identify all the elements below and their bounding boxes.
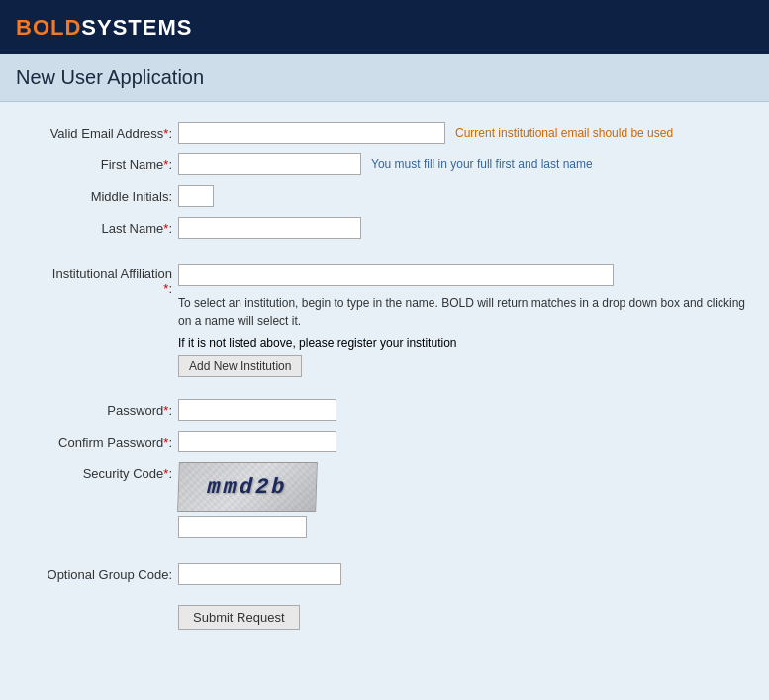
group-code-label: Optional Group Code: xyxy=(20,567,178,582)
last-name-label: Last Name*: xyxy=(20,221,178,236)
captcha-image: mmd2b xyxy=(177,462,318,512)
affiliation-right: To select an institution, begin to type … xyxy=(178,264,749,377)
logo-bold: BOLD xyxy=(16,15,81,41)
form-section: Valid Email Address*: Current institutio… xyxy=(20,122,749,630)
security-code-label: Security Code*: xyxy=(20,462,178,481)
email-required-star: * xyxy=(163,126,168,141)
email-row: Valid Email Address*: Current institutio… xyxy=(20,122,749,144)
security-code-required-star: * xyxy=(163,466,168,481)
group-code-row: Optional Group Code: xyxy=(20,563,749,585)
affiliation-input[interactable] xyxy=(178,264,614,286)
last-name-row: Last Name*: xyxy=(20,217,749,239)
first-name-input[interactable] xyxy=(178,153,361,175)
email-label: Valid Email Address*: xyxy=(20,126,178,141)
last-name-required-star: * xyxy=(163,221,168,236)
last-name-input[interactable] xyxy=(178,217,361,239)
email-hint: Current institutional email should be us… xyxy=(455,126,673,140)
security-block: mmd2b xyxy=(178,462,317,538)
password-row: Password*: xyxy=(20,399,749,421)
affiliation-hint: To select an institution, begin to type … xyxy=(178,294,749,330)
middle-initials-row: Middle Initials: xyxy=(20,185,749,207)
captcha-text: mmd2b xyxy=(207,475,288,500)
confirm-password-input[interactable] xyxy=(178,431,336,452)
first-name-hint: You must fill in your full first and las… xyxy=(371,157,593,171)
content: Valid Email Address*: Current institutio… xyxy=(0,102,769,700)
first-name-label: First Name*: xyxy=(20,157,178,172)
add-institution-button[interactable]: Add New Institution xyxy=(178,355,302,377)
confirm-password-row: Confirm Password*: xyxy=(20,431,749,452)
confirm-password-required-star: * xyxy=(163,435,168,450)
register-hint: If it is not listed above, please regist… xyxy=(178,336,749,350)
submit-row: Submit Request xyxy=(20,595,749,630)
password-input[interactable] xyxy=(178,399,336,421)
captcha-input[interactable] xyxy=(178,516,307,538)
submit-button[interactable]: Submit Request xyxy=(178,605,300,630)
first-name-row: First Name*: You must fill in your full … xyxy=(20,153,749,175)
title-bar: New User Application xyxy=(0,54,769,102)
affiliation-label: Institutional Affiliation *: xyxy=(20,264,178,296)
affiliation-row: Institutional Affiliation *: To select a… xyxy=(20,264,749,377)
affiliation-required-star: * xyxy=(163,281,168,296)
page-title: New User Application xyxy=(16,66,753,89)
group-code-input[interactable] xyxy=(178,563,341,585)
middle-initials-input[interactable] xyxy=(178,185,214,207)
password-required-star: * xyxy=(163,403,168,418)
header: BOLDSYSTEMS xyxy=(0,0,769,54)
confirm-password-label: Confirm Password*: xyxy=(20,435,178,450)
password-label: Password*: xyxy=(20,403,178,418)
middle-initials-label: Middle Initials: xyxy=(20,189,178,204)
logo-systems: SYSTEMS xyxy=(81,15,192,41)
security-code-row: Security Code*: mmd2b xyxy=(20,462,749,538)
first-name-required-star: * xyxy=(163,157,168,172)
email-input[interactable] xyxy=(178,122,445,144)
